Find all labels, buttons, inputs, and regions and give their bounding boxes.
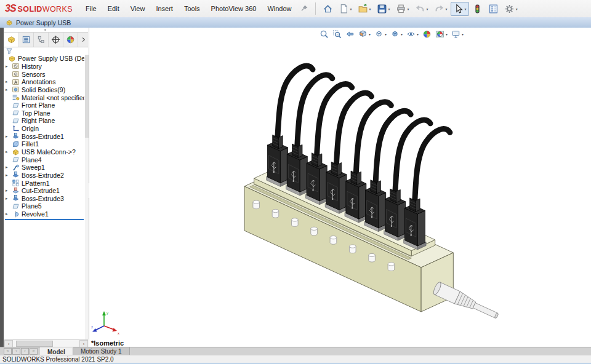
tab-nav-first-button[interactable]: « (4, 348, 12, 355)
tree-item-boss-extrude3[interactable]: ▸Boss-Extrude3 (4, 195, 84, 203)
previous-view-button[interactable] (344, 29, 356, 39)
expand-arrow-icon[interactable]: ▸ (4, 173, 11, 178)
tree-item-power-supply-usb-default-default[interactable]: Power Supply USB (Default<<Default (4, 55, 84, 63)
save-button[interactable]: ▾ (374, 2, 393, 16)
tree-item-label: Boss-Extrude1 (22, 133, 64, 140)
expand-arrow-icon[interactable]: ▸ (4, 134, 11, 139)
options-dropdown-arrow[interactable]: ▾ (516, 7, 518, 11)
view-settings-dropdown-arrow[interactable]: ▾ (462, 32, 464, 36)
undo-dropdown-arrow[interactable]: ▾ (427, 7, 428, 11)
expand-arrow-icon[interactable]: ▸ (4, 149, 11, 154)
expand-arrow-icon[interactable]: ▸ (4, 79, 11, 84)
menu-file[interactable]: File (80, 4, 102, 14)
menu-tools[interactable]: Tools (179, 4, 206, 14)
apply-scene-dropdown-arrow[interactable]: ▾ (446, 32, 448, 36)
usb-power-supply-model[interactable] (89, 28, 591, 347)
redo-dropdown-arrow[interactable]: ▾ (446, 7, 448, 11)
rebuild-button[interactable] (470, 2, 485, 16)
select-dropdown-arrow[interactable]: ▾ (465, 7, 467, 11)
menu-insert[interactable]: Insert (150, 4, 179, 14)
print-dropdown-arrow[interactable]: ▾ (408, 7, 409, 11)
file-properties-button[interactable] (486, 2, 501, 16)
expand-arrow-icon[interactable]: ▸ (4, 64, 11, 69)
zoom-to-area-button[interactable] (331, 29, 343, 39)
options-button[interactable]: ▾ (502, 2, 520, 16)
tab-nav-next-button[interactable]: › (21, 348, 29, 355)
tree-item-label: Plane4 (22, 156, 42, 164)
display-style-dropdown-arrow[interactable]: ▾ (401, 32, 403, 36)
select-button[interactable]: ▾ (451, 2, 469, 16)
tab-nav-prev-button[interactable]: ‹ (12, 348, 20, 355)
panel-tab-configurationmanager[interactable] (34, 33, 49, 47)
dimxpert-icon (51, 35, 60, 44)
new-document-dropdown-arrow[interactable]: ▾ (350, 7, 352, 11)
tree-item-annotations[interactable]: ▸Annotations (4, 78, 84, 86)
tree-item-label: USB MaleConn->? (22, 148, 76, 156)
panel-tab-featuremanager-design-tree[interactable] (4, 33, 19, 47)
solidworks-brand-text: SOLIDWORKS (18, 5, 73, 14)
tree-item-plane4[interactable]: Plane4 (4, 156, 84, 164)
expand-arrow-icon[interactable]: ▸ (4, 87, 11, 92)
tree-item-front-plane[interactable]: Front Plane (4, 101, 84, 109)
section-view-button[interactable]: ▾ (357, 29, 372, 39)
tree-item-origin[interactable]: Origin (4, 125, 84, 133)
display-style-button[interactable]: ▾ (389, 29, 404, 39)
menu-edit[interactable]: Edit (102, 4, 125, 14)
tree-item-sensors[interactable]: Sensors (4, 70, 84, 78)
tree-item-history[interactable]: ▸History (4, 63, 84, 71)
view-settings-button[interactable]: ▾ (450, 29, 465, 39)
new-document-button[interactable]: ▾ (336, 2, 355, 16)
tree-item-sweep1[interactable]: ▸Sweep1 (4, 164, 84, 172)
open-dropdown-arrow[interactable]: ▾ (369, 7, 371, 11)
expand-arrow-icon[interactable]: ▸ (4, 188, 11, 193)
filter-row[interactable] (6, 47, 13, 55)
tree-item-cut-extrude1[interactable]: ▸Cut-Extrude1 (4, 187, 84, 195)
hide-show-items-dropdown-arrow[interactable]: ▾ (417, 32, 419, 36)
tree-item-right-plane[interactable]: Right Plane (4, 117, 84, 125)
expand-arrow-icon[interactable]: ▸ (4, 212, 11, 216)
scroll-thumb[interactable] (16, 341, 53, 347)
material-icon (12, 93, 20, 101)
panel-grip[interactable] (44, 29, 46, 31)
tree-item-top-plane[interactable]: Top Plane (4, 109, 84, 117)
section-view-dropdown-arrow[interactable]: ▾ (369, 32, 371, 36)
tree-item-plane5[interactable]: Plane5 (4, 202, 84, 210)
menu-window[interactable]: Window (262, 4, 297, 14)
expand-arrow-icon[interactable]: ▸ (4, 196, 11, 201)
redo-button[interactable]: ▾ (432, 2, 450, 16)
open-button[interactable]: ▾ (355, 2, 374, 16)
tree-item-solid-bodies-9[interactable]: ▸Solid Bodies(9) (4, 86, 84, 94)
view-orientation-dropdown-arrow[interactable]: ▾ (385, 32, 387, 36)
tree-item-boss-extrude1[interactable]: ▸Boss-Extrude1 (4, 132, 84, 140)
zoom-to-fit-button[interactable] (318, 29, 330, 39)
feature-tree: Power Supply USB (Default<<Default▸Histo… (4, 55, 84, 218)
panel-tab-propertymanager[interactable] (19, 33, 34, 47)
rollback-bar[interactable] (5, 219, 84, 220)
apply-scene-button[interactable]: ▾ (434, 29, 449, 39)
tree-item-usb-maleconn[interactable]: ▸USB MaleConn->? (4, 148, 84, 156)
tab-nav-last-button[interactable]: » (30, 348, 38, 355)
panel-tab-dimxpertmanager[interactable] (49, 33, 63, 47)
cut-extrude-icon (12, 187, 20, 195)
view-orientation-button[interactable]: ▾ (373, 29, 388, 39)
hide-show-items-button[interactable]: ▾ (405, 29, 420, 39)
expand-arrow-icon[interactable]: ▸ (4, 165, 11, 170)
panel-tab-overflow[interactable] (78, 33, 88, 47)
save-dropdown-arrow[interactable]: ▾ (388, 7, 390, 11)
tree-item-boss-extrude2[interactable]: ▸Boss-Extrude2 (4, 172, 84, 180)
tree-item-revolve1[interactable]: ▸Revolve1 (4, 210, 84, 218)
tree-item-fillet1[interactable]: Fillet1 (4, 140, 84, 148)
panel-tab-displaymanager[interactable] (63, 33, 78, 47)
graphics-viewport[interactable]: ▾▾▾▾▾▾ y x z *Isometric (89, 28, 591, 347)
menu-photoview-360[interactable]: PhotoView 360 (206, 4, 262, 14)
menu-view[interactable]: View (125, 4, 151, 14)
home-button[interactable] (320, 2, 336, 16)
tree-item-label: Annotations (22, 78, 55, 85)
tree-item-material-not-specified[interactable]: Material <not specified> (4, 93, 84, 101)
edit-appearance-button[interactable] (421, 29, 433, 39)
tree-item-label: Boss-Extrude2 (22, 172, 64, 179)
tree-item-lpattern1[interactable]: LPattern1 (4, 179, 84, 187)
print-button[interactable]: ▾ (393, 2, 412, 16)
undo-button[interactable]: ▾ (412, 2, 431, 16)
pin-icon[interactable] (300, 4, 308, 13)
